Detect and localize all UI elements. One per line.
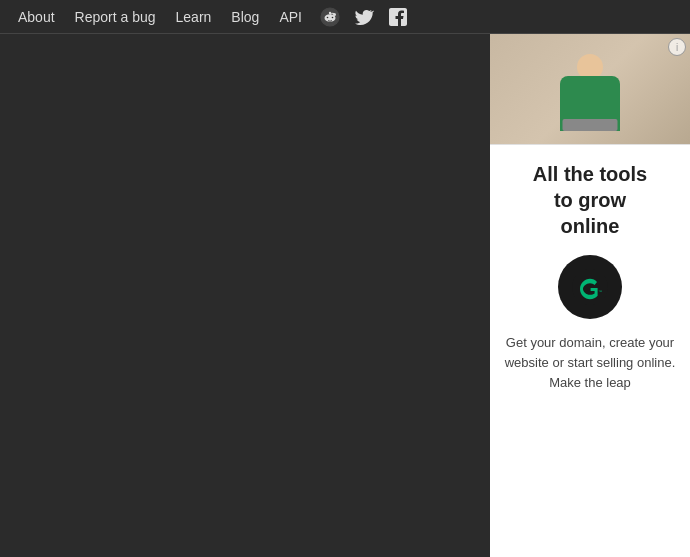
content-area: [0, 34, 490, 557]
nav-link-about[interactable]: About: [8, 0, 65, 34]
nav-link-blog[interactable]: Blog: [221, 0, 269, 34]
social-icons: [316, 3, 412, 31]
svg-point-2: [327, 16, 329, 18]
main-layout: i All the tools to grow online ™ Get yo: [0, 34, 690, 557]
ad-image: i: [490, 34, 690, 144]
ad-body-text: Get your domain, create your website or …: [504, 333, 676, 393]
svg-point-5: [329, 11, 331, 13]
reddit-icon[interactable]: [316, 3, 344, 31]
facebook-icon[interactable]: [384, 3, 412, 31]
person-silhouette: [550, 54, 630, 144]
ad-headline-line2: to grow: [554, 189, 626, 211]
ad-headline-line1: All the tools: [533, 163, 647, 185]
ad-info-icon[interactable]: i: [668, 38, 686, 56]
svg-point-6: [572, 269, 608, 305]
person-laptop: [563, 119, 618, 131]
ad-headline: All the tools to grow online: [504, 161, 676, 239]
navbar: About Report a bug Learn Blog API: [0, 0, 690, 34]
ad-headline-line3: online: [561, 215, 620, 237]
nav-link-learn[interactable]: Learn: [166, 0, 222, 34]
nav-link-api[interactable]: API: [269, 0, 312, 34]
twitter-icon[interactable]: [350, 3, 378, 31]
ad-sidebar: i All the tools to grow online ™ Get yo: [490, 34, 690, 557]
ad-logo[interactable]: ™: [558, 255, 622, 319]
nav-link-report-bug[interactable]: Report a bug: [65, 0, 166, 34]
ad-text-area: All the tools to grow online ™ Get your …: [490, 145, 690, 405]
ad-person-figure: [490, 34, 690, 144]
svg-point-3: [332, 16, 334, 18]
svg-text:™: ™: [598, 289, 602, 294]
godaddy-logo-icon: ™: [569, 266, 611, 308]
